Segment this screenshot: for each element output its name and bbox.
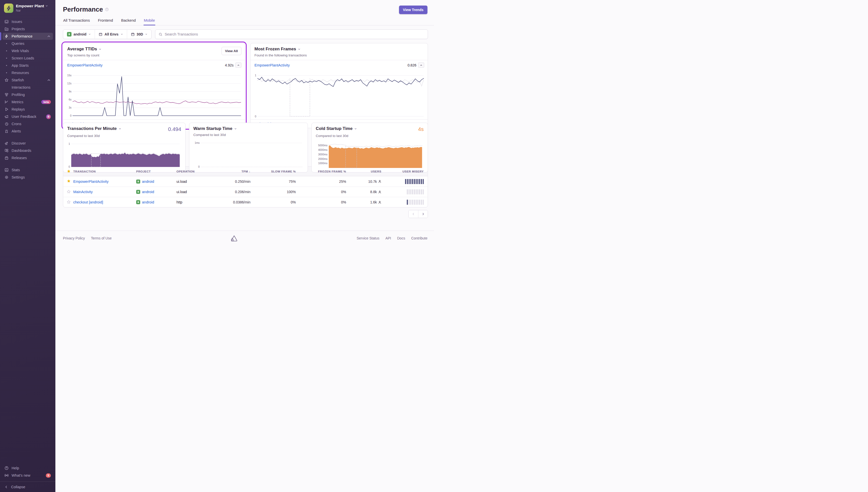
- sidebar-item-resources[interactable]: Resources: [2, 69, 53, 76]
- sidebar-item-crons[interactable]: Crons: [2, 120, 53, 127]
- collapse-row-button[interactable]: [418, 63, 424, 68]
- sidebar-item-issues[interactable]: Issues: [2, 18, 53, 25]
- tpm-title-select[interactable]: Transactions Per Minute: [67, 126, 121, 131]
- warm-startup-title-select[interactable]: Warm Startup Time: [193, 126, 237, 131]
- svg-text:5000ms: 5000ms: [318, 144, 328, 147]
- slow-frame-cell: 100%: [255, 190, 300, 194]
- sidebar-item-starfish[interactable]: Starfish: [2, 77, 53, 83]
- sidebar-item-performance[interactable]: Performance: [2, 33, 53, 40]
- transaction-link[interactable]: MainActivity: [73, 190, 93, 194]
- android-platform-icon: [136, 200, 140, 204]
- android-platform-icon: [67, 32, 72, 36]
- footer-links-left: Privacy PolicyTerms of Use: [63, 236, 112, 240]
- filter-bar: android All Envs 30D: [63, 29, 428, 39]
- view-all-button[interactable]: View All: [222, 47, 241, 55]
- sidebar-item-alerts[interactable]: Alerts: [2, 128, 53, 135]
- transaction-link[interactable]: EmpowerPlantActivity: [73, 179, 108, 183]
- footer-link-contribute[interactable]: Contribute: [411, 236, 428, 240]
- chevron-left-icon: [412, 213, 415, 216]
- date-range-filter[interactable]: 30D: [127, 30, 152, 39]
- badge: beta: [41, 100, 51, 104]
- svg-text:0: 0: [70, 114, 72, 117]
- project-link[interactable]: android: [142, 200, 154, 204]
- star-outline-icon[interactable]: [67, 200, 71, 204]
- tpm-chart[interactable]: 10: [67, 140, 181, 170]
- most-frozen-frames-chart[interactable]: 10: [253, 70, 425, 118]
- badge: B: [46, 114, 51, 119]
- sidebar-item-interactions[interactable]: Interactions: [2, 84, 53, 91]
- next-page-button[interactable]: [418, 210, 428, 218]
- user-icon: [378, 201, 381, 204]
- column-header-frozen-frame[interactable]: FROZEN FRAME %: [300, 170, 350, 173]
- card-subtitle: Top screens by count: [67, 53, 241, 57]
- sidebar-item-metrics[interactable]: Metricsbeta: [2, 98, 53, 105]
- column-header-operation[interactable]: OPERATION: [176, 170, 214, 173]
- sidebar-item-replays[interactable]: Replays: [2, 106, 53, 113]
- column-header-transaction[interactable]: TRANSACTION: [73, 170, 136, 173]
- sidebar-item-app-starts[interactable]: App Starts: [2, 62, 53, 69]
- warm-startup-chart[interactable]: 1ms0: [193, 139, 304, 170]
- user-misery-bars: [385, 179, 424, 184]
- sidebar-item-dashboards[interactable]: Dashboards: [2, 147, 53, 154]
- column-header-tpm[interactable]: TPM ↓: [214, 170, 255, 173]
- footer-link-service-status[interactable]: Service Status: [357, 236, 379, 240]
- svg-text:4000ms: 4000ms: [318, 149, 328, 151]
- org-switcher[interactable]: Empower Plant Nar: [0, 0, 55, 15]
- svg-text:0: 0: [69, 166, 70, 168]
- project-filter[interactable]: android: [63, 30, 95, 39]
- most-frozen-frames-title-select[interactable]: Most Frozen Frames: [255, 47, 424, 52]
- sidebar-item-releases[interactable]: Releases: [2, 154, 53, 162]
- view-trends-button[interactable]: View Trends: [399, 5, 428, 14]
- card-subtitle: Found in the following transactions: [255, 53, 424, 57]
- footer-link-terms-of-use[interactable]: Terms of Use: [91, 236, 111, 240]
- environment-filter[interactable]: All Envs: [95, 30, 127, 39]
- collapse-row-button[interactable]: [235, 63, 241, 68]
- tab-mobile[interactable]: Mobile: [144, 18, 155, 25]
- column-header-project[interactable]: PROJECT: [136, 170, 176, 173]
- cold-startup-chart[interactable]: 5000ms4000ms3000ms2000ms1000ms: [316, 140, 424, 170]
- column-header-user-misery[interactable]: USER MISERY: [385, 170, 428, 173]
- telescope-icon: [4, 141, 8, 145]
- sidebar: Empower Plant Nar IssuesProjectsPerforma…: [0, 0, 55, 246]
- sidebar-item-profiling[interactable]: Profiling: [2, 91, 53, 98]
- column-header-slow-frame[interactable]: SLOW FRAME %: [255, 170, 300, 173]
- card-subtitle: Compared to last 30d: [193, 133, 304, 137]
- footer-link-docs[interactable]: Docs: [397, 236, 405, 240]
- previous-page-button[interactable]: [409, 210, 418, 218]
- cold-startup-title-select[interactable]: Cold Startup Time: [316, 126, 357, 131]
- footer-link-privacy-policy[interactable]: Privacy Policy: [63, 236, 85, 240]
- sidebar-item-label: User Feedback: [11, 115, 36, 119]
- sidebar-item-discover[interactable]: Discover: [2, 140, 53, 147]
- search-transactions-input[interactable]: [164, 32, 425, 36]
- table-body: EmpowerPlantActivityandroidui.load0.250/…: [63, 176, 428, 207]
- transaction-link[interactable]: checkout [android]: [73, 200, 103, 204]
- average-ttids-chart[interactable]: 15s12s9s6s3s0: [65, 70, 242, 118]
- search-box: [155, 29, 428, 39]
- sidebar-item-settings[interactable]: Settings: [2, 174, 53, 181]
- average-ttids-title-select[interactable]: Average TTIDs: [67, 47, 241, 52]
- project-link[interactable]: android: [142, 179, 154, 183]
- project-link[interactable]: android: [142, 190, 154, 194]
- transaction-link[interactable]: EmpowerPlantActivity: [255, 63, 290, 67]
- help-circle-icon[interactable]: [105, 7, 109, 11]
- table-row: EmpowerPlantActivityandroidui.load0.250/…: [63, 176, 428, 187]
- active-accent-bar: [0, 32, 1, 40]
- transaction-link[interactable]: EmpowerPlantActivity: [67, 63, 102, 67]
- sidebar-item-screen-loads[interactable]: Screen Loads: [2, 55, 53, 62]
- android-platform-icon: [136, 179, 140, 183]
- sidebar-item-web-vitals[interactable]: Web Vitals: [2, 47, 53, 54]
- star-filled-icon[interactable]: [67, 179, 71, 183]
- sidebar-item-user-feedback[interactable]: User FeedbackB: [2, 113, 53, 120]
- sidebar-item-queries[interactable]: Queries: [2, 40, 53, 47]
- tab-frontend[interactable]: Frontend: [98, 18, 113, 25]
- tab-backend[interactable]: Backend: [121, 18, 136, 25]
- footer-link-api[interactable]: API: [385, 236, 391, 240]
- column-header-users[interactable]: USERS: [350, 170, 385, 173]
- transaction-value: 4.92s: [225, 63, 234, 67]
- star-column-header[interactable]: [63, 169, 73, 174]
- sidebar-item-projects[interactable]: Projects: [2, 25, 53, 32]
- tab-all-transactions[interactable]: All Transactions: [63, 18, 90, 25]
- sidebar-item-stats[interactable]: Stats: [2, 167, 53, 173]
- warm-startup-card: Warm Startup Time Compared to last 30d 1…: [189, 123, 308, 172]
- star-outline-icon[interactable]: [67, 190, 71, 194]
